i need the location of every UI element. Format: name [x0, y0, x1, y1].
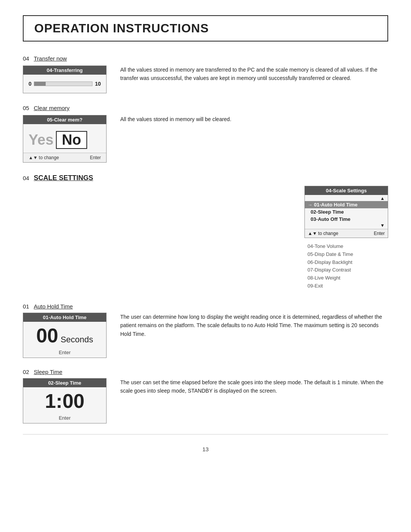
section-clear-memory: 05 Clear memory 05-Clear mem? Yes No ▲▼ … — [23, 105, 388, 163]
scale-arrow-down: ▼ — [305, 223, 388, 228]
page-title-box: OPERATION INSTRUCTIONS — [23, 15, 388, 42]
scale-settings-footer-enter: Enter — [374, 231, 385, 236]
scale-item-0: → 01-Auto Hold Time — [305, 201, 388, 208]
progress-bar-container — [34, 81, 93, 86]
transfer-start: 0 — [29, 81, 32, 87]
clear-memory-device-header: 05-Clear mem? — [23, 115, 106, 124]
scale-settings-device-box: 04-Scale Settings ▲ → 01-Auto Hold Time … — [304, 186, 388, 238]
transfer-device-body: 0 10 — [23, 75, 106, 93]
sleep-time-header: 02 Sleep Time — [23, 369, 388, 375]
scale-extra-item-1: 05-Disp Date & Time — [307, 251, 385, 259]
scale-extra-list: 04-Tone Volume 05-Disp Date & Time 06-Di… — [304, 241, 388, 292]
section-sleep-time: 02 Sleep Time 02-Sleep Time 1:00 Enter T… — [23, 369, 388, 423]
transfer-device-box: 04-Transferring 0 10 — [23, 66, 107, 93]
transfer-now-label: Transfer now — [34, 55, 67, 62]
auto-hold-time-device-header: 01-Auto Hold Time — [23, 313, 106, 322]
transfer-device-header: 04-Transferring — [23, 66, 106, 75]
sleep-time-body: 1:00 — [23, 387, 106, 414]
transfer-progress-row: 0 10 — [29, 81, 101, 87]
footer-line — [23, 434, 388, 435]
clear-memory-description: All the values stored in memory will be … — [120, 115, 388, 123]
auto-hold-time-device-box: 01-Auto Hold Time 00 Seconds Enter — [23, 313, 107, 358]
scale-settings-device-area: 04-Scale Settings ▲ → 01-Auto Hold Time … — [304, 186, 388, 292]
scale-item-0-arrow: → — [308, 202, 312, 208]
sleep-time-device-header: 02-Sleep Time — [23, 379, 106, 387]
sleep-time-label: Sleep Time — [34, 369, 62, 375]
clear-memory-body: Yes No — [23, 124, 106, 153]
transfer-end: 10 — [95, 81, 101, 87]
clear-memory-content: 05-Clear mem? Yes No ▲▼ to change Enter … — [23, 115, 388, 163]
scale-extra-item-2: 06-Display Backlight — [307, 259, 385, 267]
scale-extra-item-0: 04-Tone Volume — [307, 243, 385, 251]
auto-hold-time-num: 01 — [23, 303, 29, 310]
auto-hold-time-content: 01-Auto Hold Time 00 Seconds Enter The u… — [23, 313, 388, 358]
scale-item-0-text: 01-Auto Hold Time — [314, 202, 358, 208]
scale-settings-footer: ▲▼ to change Enter — [305, 229, 388, 238]
transfer-description: All the values stored in memory are tran… — [120, 66, 388, 83]
sleep-time-device-box: 02-Sleep Time 1:00 Enter — [23, 378, 107, 423]
page-number: 13 — [23, 446, 388, 452]
auto-hold-time-number: 00 Seconds — [36, 324, 93, 347]
auto-hold-time-number-value: 00 — [36, 324, 58, 347]
transfer-now-num: 04 — [23, 55, 29, 62]
section-transfer-now-header: 04 Transfer now — [23, 55, 388, 62]
auto-hold-time-description: The user can determine how long to displ… — [120, 313, 388, 338]
scale-settings-label: SCALE SETTINGS — [34, 174, 93, 182]
sleep-time-content: 02-Sleep Time 1:00 Enter The user can se… — [23, 378, 388, 423]
sleep-time-number: 1:00 — [45, 390, 84, 412]
auto-hold-time-label: Auto Hold Time — [34, 303, 73, 310]
section-transfer-now: 04 Transfer now 04-Transferring 0 10 All… — [23, 55, 388, 93]
scale-arrow-up: ▲ — [305, 196, 388, 201]
no-label: No — [56, 131, 88, 149]
clear-memory-num: 05 — [23, 105, 29, 111]
scale-item-1-arrow — [308, 209, 309, 215]
scale-settings-footer-change: ▲▼ to change — [308, 231, 338, 236]
sleep-time-enter: Enter — [23, 414, 106, 423]
scale-item-2-arrow — [308, 217, 309, 222]
auto-hold-time-enter: Enter — [23, 348, 106, 358]
scale-item-1-text: 02-Sleep Time — [311, 209, 344, 215]
clear-memory-device-box: 05-Clear mem? Yes No ▲▼ to change Enter — [23, 115, 107, 163]
auto-hold-time-header: 01 Auto Hold Time — [23, 303, 388, 310]
sleep-time-num: 02 — [23, 369, 29, 375]
clear-memory-footer-enter: Enter — [90, 155, 101, 160]
clear-memory-label: Clear memory — [34, 105, 70, 111]
scale-settings-device-body: ▲ → 01-Auto Hold Time 02-Sleep Time 03-A… — [305, 195, 388, 229]
yes-label: Yes — [29, 132, 54, 148]
scale-item-2-text: 03-Auto Off Time — [311, 216, 350, 222]
scale-item-1: 02-Sleep Time — [305, 208, 388, 216]
scale-settings-num: 04 — [23, 175, 29, 181]
scale-settings-header: 04 SCALE SETTINGS — [23, 174, 388, 182]
page-title: OPERATION INSTRUCTIONS — [34, 21, 209, 35]
sleep-time-description: The user can set the time elapsed before… — [120, 378, 388, 395]
transfer-now-content: 04-Transferring 0 10 All the values stor… — [23, 66, 388, 93]
clear-memory-footer-change: ▲▼ to change — [29, 155, 59, 160]
progress-bar-fill — [34, 82, 46, 86]
scale-settings-content: 04-Scale Settings ▲ → 01-Auto Hold Time … — [23, 186, 388, 292]
scale-extra-item-3: 07-Display Contrast — [307, 266, 385, 274]
scale-item-2: 03-Auto Off Time — [305, 216, 388, 223]
section-clear-memory-header: 05 Clear memory — [23, 105, 388, 111]
scale-extra-item-5: 09-Exit — [307, 282, 385, 290]
auto-hold-time-body: 00 Seconds — [23, 322, 106, 348]
auto-hold-time-unit: Seconds — [58, 335, 93, 344]
scale-settings-device-header: 04-Scale Settings — [305, 186, 388, 195]
clear-memory-footer: ▲▼ to change Enter — [23, 153, 106, 162]
yes-no-row: Yes No — [29, 131, 101, 149]
section-auto-hold-time: 01 Auto Hold Time 01-Auto Hold Time 00 S… — [23, 303, 388, 358]
scale-extra-item-4: 08-Live Weight — [307, 274, 385, 282]
section-scale-settings: 04 SCALE SETTINGS 04-Scale Settings ▲ → … — [23, 174, 388, 292]
